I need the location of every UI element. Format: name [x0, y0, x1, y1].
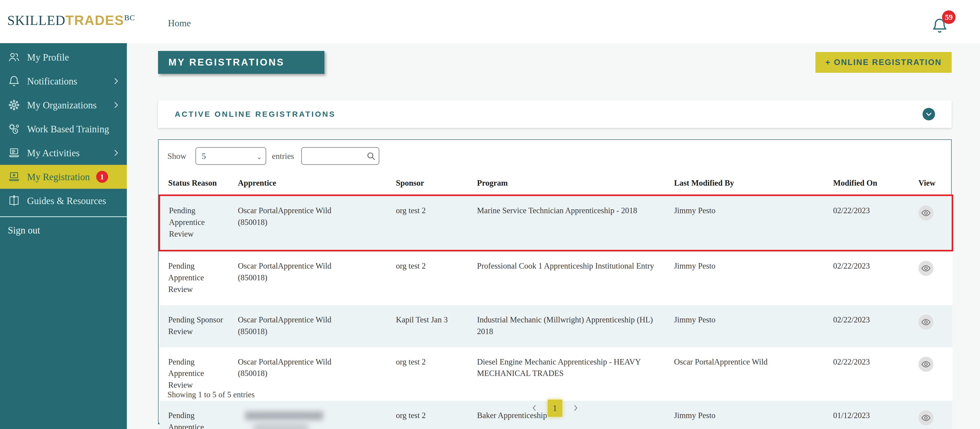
top-header-bar: SKILLEDTRADESBC Home 59: [0, 0, 980, 43]
page-title: MY REGISTRATIONS: [158, 51, 325, 74]
apprentice-name: Oscar PortalApprentice Wild: [238, 315, 331, 324]
apprentice-cell: Oscar PortalApprentice Wild (850018): [238, 250, 396, 305]
sponsor-cell: Kapil Test Jan 3: [396, 305, 477, 348]
show-label: Show: [167, 152, 186, 161]
eye-icon: [921, 360, 931, 369]
eye-icon: [921, 208, 931, 218]
chevron-left-icon: [530, 402, 538, 414]
table-search: [301, 147, 379, 165]
entries-label: entries: [272, 152, 294, 161]
select-chevron-icon: ⌄: [256, 153, 262, 161]
sign-out-button[interactable]: Sign out: [0, 217, 127, 243]
program-cell: Professional Cook 1 Apprenticeship Insti…: [477, 250, 674, 305]
sidebar-item-label: My Activities: [27, 147, 80, 159]
last-modified-by-cell: Oscar PortalApprentice Wild: [674, 348, 833, 401]
status-cell: Pending Sponsor Review: [159, 305, 238, 348]
eye-icon: [921, 264, 931, 273]
column-header-apprentice: Apprentice: [238, 174, 396, 195]
apprentice-name: Oscar PortalApprentice Wild: [238, 261, 331, 270]
sidebar-item-label: Work Based Training: [27, 123, 109, 135]
column-header-program: Program: [477, 174, 674, 195]
logo-skilled: SKILLED: [7, 13, 65, 28]
column-header-view: View: [918, 174, 953, 195]
apprentice-cell: Oscar PortalApprentice Wild (850018): [238, 195, 396, 250]
page-number-button[interactable]: 1: [548, 400, 562, 417]
active-registrations-panel: ACTIVE ONLINE REGISTRATIONS: [158, 100, 952, 128]
apprentice-cell: Oscar PortalApprentice Wild (850018): [238, 305, 396, 348]
chevron-right-icon: [112, 149, 120, 157]
page-size-select[interactable]: 5 ⌄: [196, 147, 266, 165]
modified-on-cell: 02/22/2023: [833, 250, 918, 305]
collapse-panel-button[interactable]: [923, 108, 935, 120]
registrations-table-card: Show 5 ⌄ entries Status Reason Apprentic…: [158, 139, 952, 424]
sidebar-item-label: Guides & Resources: [27, 195, 106, 206]
sidebar-item-label: Notifications: [27, 76, 77, 87]
status-cell: Pending Apprentice Review: [159, 195, 238, 250]
chevron-right-icon: [112, 101, 120, 109]
sidebar-item-my-registration[interactable]: My Registration 1: [0, 165, 127, 189]
apprentice-id: (850018): [238, 326, 388, 338]
modified-on-cell: 02/22/2023: [833, 195, 918, 250]
modified-on-cell: 02/22/2023: [833, 348, 918, 401]
table-controls: Show 5 ⌄ entries: [159, 140, 951, 174]
view-cell: [918, 305, 953, 348]
previous-page-button[interactable]: [530, 402, 539, 415]
notifications-bell-button[interactable]: 59: [929, 10, 961, 39]
column-header-last-modified-by: Last Modified By: [674, 174, 833, 195]
chevron-right-icon: [112, 77, 120, 85]
modified-on-cell: 02/22/2023: [833, 305, 918, 348]
section-title: ACTIVE ONLINE REGISTRATIONS: [175, 110, 336, 118]
view-cell: [918, 250, 953, 305]
activities-laptop-icon: [8, 147, 20, 159]
sidebar: My Profile Notifications: [0, 43, 127, 429]
bell-icon: [8, 75, 20, 87]
pagination: 1: [159, 398, 951, 419]
profile-icon: [8, 51, 20, 64]
apprentice-id: (850018): [238, 272, 388, 284]
view-registration-button[interactable]: [918, 206, 934, 220]
view-registration-button[interactable]: [918, 314, 934, 330]
sidebar-item-my-organizations[interactable]: My Organizations: [0, 93, 127, 117]
last-modified-by-cell: Jimmy Pesto: [674, 305, 833, 348]
next-page-button[interactable]: [571, 402, 581, 415]
apprentice-id: (850018): [238, 217, 388, 228]
view-registration-button[interactable]: [918, 357, 934, 372]
breadcrumb-home[interactable]: Home: [168, 18, 191, 29]
column-header-status-reason: Status Reason: [159, 174, 238, 195]
registrations-table: Status Reason Apprentice Sponsor Program…: [159, 174, 953, 429]
sidebar-item-my-activities[interactable]: My Activities: [0, 141, 127, 165]
sidebar-item-work-based-training[interactable]: Work Based Training: [0, 117, 127, 141]
online-registration-button[interactable]: + ONLINE REGISTRATION: [815, 52, 952, 73]
eye-icon: [921, 317, 931, 327]
sidebar-item-notifications[interactable]: Notifications: [0, 69, 127, 93]
apprentice-name: Oscar PortalApprentice Wild: [238, 206, 331, 215]
sidebar-item-label: My Profile: [27, 52, 69, 63]
sponsor-cell: org test 2: [396, 250, 477, 305]
view-cell: [918, 195, 953, 250]
program-cell: Marine Service Technician Apprenticeship…: [477, 195, 674, 250]
apprentice-id: (850018): [238, 368, 388, 380]
training-gears-icon: [8, 123, 20, 135]
registration-count-badge: 1: [96, 171, 108, 183]
logo-trades: TRADES: [65, 13, 124, 28]
view-registration-button[interactable]: [918, 261, 934, 276]
last-modified-by-cell: Jimmy Pesto: [674, 250, 833, 305]
program-cell: Industrial Mechanic (Millwright) Apprent…: [477, 305, 674, 348]
column-header-modified-on: Modified On: [833, 174, 918, 195]
sidebar-item-label: My Registration: [27, 171, 90, 182]
last-modified-by-cell: Jimmy Pesto: [674, 195, 833, 250]
search-icon: [366, 152, 375, 161]
column-header-sponsor: Sponsor: [396, 174, 477, 195]
sidebar-item-label: My Organizations: [27, 100, 97, 111]
chevron-down-icon: [925, 110, 932, 118]
sidebar-item-my-profile[interactable]: My Profile: [0, 45, 127, 69]
view-cell: [918, 348, 953, 401]
chevron-right-icon: [572, 402, 580, 414]
table-row: Pending Apprentice Review Oscar PortalAp…: [159, 195, 953, 250]
table-row: Pending Sponsor Review Oscar PortalAppre…: [159, 305, 953, 348]
apprentice-name: Oscar PortalApprentice Wild: [238, 357, 331, 366]
table-row: Pending Apprentice Review Oscar PortalAp…: [159, 348, 953, 401]
logo-bc: BC: [124, 13, 135, 22]
sidebar-item-guides-resources[interactable]: Guides & Resources: [0, 189, 127, 213]
apprentice-cell: Oscar PortalApprentice Wild (850018): [238, 348, 396, 401]
